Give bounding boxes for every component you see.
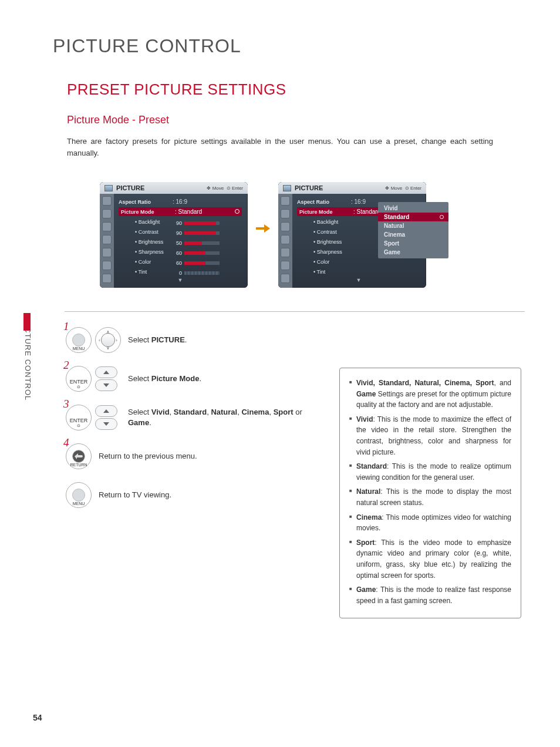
step-number: 2 [63, 359, 69, 372]
updown-icon [95, 366, 121, 391]
side-icon [281, 209, 290, 218]
popup-item-selected: Standard [378, 213, 448, 221]
osd-sub: • Brightness [297, 239, 351, 245]
tv-icon [283, 185, 291, 191]
osd-sub: • Contrast [119, 229, 173, 235]
info-item: Vivid: This is the mode to maximize the … [349, 414, 511, 457]
section-title: PRESET PICTURE SETTINGS [67, 80, 560, 99]
osd-sub: • Sharpness [119, 249, 173, 255]
info-item: Game: This is the mode to realize fast r… [349, 584, 511, 606]
osd-sub: • Tint [297, 269, 351, 275]
step-text: Select Vivid, Standard, Natural, Cinema,… [128, 407, 306, 428]
info-item: Vivid, Standard, Natural, Cinema, Sport,… [349, 378, 511, 410]
step-text: Return to TV viewing. [99, 490, 306, 500]
step-number: 1 [63, 320, 69, 333]
intro-text: There are factory presets for picture se… [67, 136, 493, 159]
down-arrow-icon: ▼ [297, 277, 420, 283]
step-text: Select Picture Mode. [128, 374, 306, 384]
osd-sub: • Backlight [297, 219, 351, 225]
divider [65, 311, 525, 312]
mode-label: Picture Mode [121, 209, 175, 215]
aspect-label: Aspect Ratio [119, 199, 173, 205]
side-icon [281, 196, 290, 206]
info-item: Cinema: This mode optimizes video for wa… [349, 512, 511, 534]
step-text: Return to the previous menu. [99, 451, 306, 462]
popup-item: Cinema [378, 230, 448, 239]
side-icon [281, 261, 290, 270]
page-title: PICTURE CONTROL [53, 35, 560, 57]
subsection-title: Picture Mode - Preset [67, 114, 560, 126]
enter-button-icon: ENTER⊙ [66, 366, 92, 392]
osd-hint: ✥ Move ⊙ Enter [207, 186, 243, 191]
info-item: Sport: This is the video mode to emphasi… [349, 537, 511, 581]
osd-sub: • Contrast [297, 229, 351, 235]
side-icon [102, 274, 112, 283]
side-icon [102, 261, 112, 270]
info-item: Standard: This is the mode to realize op… [349, 461, 511, 483]
popup-item: Game [378, 248, 448, 257]
osd-title: PICTURE [116, 184, 144, 191]
osd-hint: ✥ Move ⊙ Enter [385, 186, 421, 191]
side-tab-label: PICTURE CONTROL [23, 319, 32, 401]
menu-button-icon: MENU [66, 482, 92, 508]
info-box: Vivid, Standard, Natural, Cinema, Sport,… [339, 368, 521, 618]
menu-button-icon: MENU [66, 327, 92, 353]
nav-ring-icon: ∧∨ ‹› [95, 327, 121, 353]
side-icon [102, 196, 112, 206]
aspect-value: : 16:9 [351, 198, 366, 205]
step-number: 4 [63, 436, 69, 449]
step-number: 3 [63, 398, 69, 410]
side-icon [281, 248, 290, 257]
osd-sub: • Color [297, 259, 351, 265]
side-icon [102, 222, 112, 231]
side-icon [281, 235, 290, 244]
mode-value: : Standard [353, 208, 380, 215]
steps: 1 MENU ∧∨ ‹› Select PICTURE. 2 ENTER⊙ Se… [66, 327, 306, 508]
aspect-label: Aspect Ratio [297, 199, 351, 205]
return-button-icon: RETURN [66, 443, 92, 469]
page-number: 54 [33, 713, 42, 722]
aspect-value: : 16:9 [173, 198, 187, 205]
side-icon [281, 222, 290, 231]
down-arrow-icon: ▼ [119, 277, 242, 283]
side-icon [102, 235, 112, 244]
osd-sub: • Brightness [119, 239, 173, 245]
enter-button-icon: ENTER⊙ [66, 405, 92, 430]
osd-sub: • Sharpness [297, 249, 351, 255]
popup-item: Natural [378, 221, 448, 230]
popup-item: Vivid [378, 204, 448, 213]
picture-mode-popup: Vivid Standard Natural Cinema Sport Game [378, 202, 448, 258]
mode-value: : Standard [175, 208, 202, 215]
mode-label: Picture Mode [299, 209, 353, 215]
side-icon [102, 248, 112, 257]
tv-icon [104, 185, 113, 191]
info-item: Natural: This is the mode to display the… [349, 486, 511, 508]
step-text: Select PICTURE. [128, 335, 306, 345]
osd-sub: • Tint [119, 269, 173, 275]
updown-icon [95, 405, 121, 430]
osd-sub: • Color [119, 259, 173, 265]
side-icon [281, 274, 290, 283]
arrow-right-icon [255, 223, 271, 234]
osd-screenshots: PICTURE ✥ Move ⊙ Enter Aspect Ratio: 16:… [100, 182, 560, 288]
osd-menu-picture: PICTURE ✥ Move ⊙ Enter Aspect Ratio: 16:… [100, 182, 248, 288]
osd-title: PICTURE [295, 184, 323, 191]
popup-item: Sport [378, 239, 448, 248]
side-tab: PICTURE CONTROL [23, 313, 36, 407]
side-icon [102, 209, 112, 218]
osd-sub: • Backlight [119, 219, 173, 225]
